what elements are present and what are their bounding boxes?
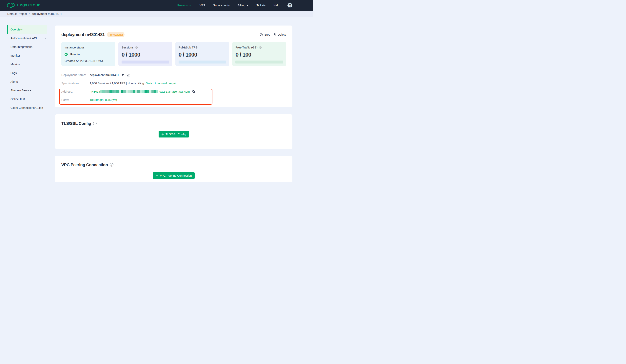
- nav-item-tickets[interactable]: Tickets: [257, 4, 266, 7]
- address-prefix: m48014: [90, 90, 100, 93]
- svg-text:?: ?: [136, 46, 137, 48]
- stat-card-instance-status: Instance status Running Created At: 2023…: [61, 42, 115, 66]
- sidebar-item-client-connections-guide[interactable]: Client Connections Guide: [7, 104, 47, 112]
- chevron-down-icon: [44, 38, 46, 39]
- emqx-logo-icon: [7, 3, 15, 8]
- detail-row-address: Address: m48014 -east-1.amazonaws.com: [61, 89, 286, 94]
- nav-item-subaccounts[interactable]: Subaccounts: [213, 4, 230, 7]
- sidebar-item-online-test[interactable]: Online Test: [7, 95, 47, 104]
- stat-card-free-traffic: Free Traffic (GB) ? 0 / 100: [232, 42, 286, 66]
- user-avatar[interactable]: [287, 3, 292, 8]
- detail-row-ports: Ports: 1883(mqtt), 8083(ws): [61, 98, 286, 102]
- breadcrumb-project[interactable]: Default Project: [7, 12, 27, 15]
- tls-ssl-title-row: TLS/SSL Config ?: [61, 121, 286, 126]
- detail-row-name: Deployment Name: deployment-m4801481: [61, 73, 286, 77]
- sidebar-item-shadow-service[interactable]: Shadow Service: [7, 86, 47, 95]
- plan-badge: Professional: [107, 32, 125, 37]
- nav-item-help[interactable]: Help: [274, 4, 279, 7]
- breadcrumb-separator: /: [29, 12, 30, 15]
- deployment-overview-card: deployment-m4801481 Professional Stop De…: [55, 26, 292, 107]
- stop-icon: [260, 33, 263, 36]
- sessions-progress-bar: [121, 61, 169, 64]
- address-suffix: -east-1.amazonaws.com: [158, 90, 190, 93]
- status-text: Running: [70, 53, 81, 56]
- trash-icon: [273, 33, 276, 36]
- edit-icon[interactable]: [127, 73, 130, 76]
- brand[interactable]: EMQX CLOUD: [7, 3, 40, 8]
- switch-annual-link[interactable]: Switch to annual prepaid: [146, 82, 177, 85]
- sidebar-item-alerts[interactable]: Alerts: [7, 77, 47, 86]
- traffic-progress-bar: [235, 61, 283, 64]
- address-redaction-mosaic: [100, 90, 158, 93]
- plus-icon: [161, 133, 164, 136]
- plus-icon: [156, 174, 158, 177]
- specifications-value: 1,000 Sessions / 1,000 TPS | Hourly bill…: [90, 82, 144, 85]
- question-icon[interactable]: ?: [135, 46, 138, 49]
- nav-item-billing[interactable]: Billing: [237, 4, 249, 7]
- nav-item-projects[interactable]: Projects: [177, 4, 191, 7]
- sidebar-item-overview[interactable]: Overview: [7, 25, 47, 34]
- sidebar-item-logs[interactable]: Logs: [7, 69, 47, 77]
- tls-ssl-card: TLS/SSL Config ? TLS/SSL Config: [55, 114, 292, 149]
- copy-icon[interactable]: [192, 90, 195, 93]
- copy-icon[interactable]: [121, 73, 124, 76]
- detail-row-specifications: Specifications: 1,000 Sessions / 1,000 T…: [61, 81, 286, 85]
- stat-card-tps: Pub&Sub TPS 0 / 1000: [175, 42, 229, 66]
- breadcrumb-current: deployment-m4801481: [32, 12, 62, 15]
- question-icon[interactable]: ?: [259, 46, 262, 49]
- created-at: Created At: 2023.01.05 15:54: [65, 59, 112, 63]
- traffic-value: 0 / 100: [235, 51, 283, 58]
- stats-row: Instance status Running Created At: 2023…: [61, 42, 286, 66]
- chevron-down-icon: [189, 5, 191, 6]
- chevron-down-icon: [247, 5, 249, 6]
- svg-text:?: ?: [94, 122, 96, 125]
- ports-value: 1883(mqtt), 8083(ws): [90, 98, 117, 102]
- add-vpc-peering-button[interactable]: VPC Peering Connection: [153, 172, 195, 179]
- brand-text: EMQX CLOUD: [17, 3, 40, 7]
- vpc-title-row: VPC Peering Connection ?: [61, 162, 286, 167]
- deployment-title: deployment-m4801481: [61, 32, 105, 37]
- deployment-name-value: deployment-m4801481: [90, 73, 119, 76]
- sidebar-item-metrics[interactable]: Metrics: [7, 60, 47, 69]
- add-tls-ssl-config-button[interactable]: TLS/SSL Config: [158, 131, 189, 138]
- sidebar-item-monitor[interactable]: Monitor: [7, 51, 47, 60]
- nav-item-vas[interactable]: VAS: [199, 4, 205, 7]
- delete-button[interactable]: Delete: [273, 33, 286, 36]
- tps-progress-bar: [179, 61, 226, 64]
- svg-text:?: ?: [260, 46, 261, 48]
- sidebar-item-data-integrations[interactable]: Data Integrations: [7, 42, 47, 51]
- nav-menu: Projects VAS Subaccounts Billing Tickets…: [169, 3, 292, 8]
- svg-text:?: ?: [111, 164, 113, 166]
- question-icon[interactable]: ?: [93, 122, 97, 125]
- deployment-details: Deployment Name: deployment-m4801481 Spe…: [61, 73, 286, 102]
- check-circle-icon: [65, 53, 68, 56]
- deployment-actions: Stop Delete: [260, 33, 286, 36]
- breadcrumb: Default Project / deployment-m4801481: [0, 11, 313, 17]
- sidebar-item-authentication-acl[interactable]: Authentication & ACL: [7, 34, 47, 42]
- sidebar: Overview Authentication & ACL Data Integ…: [7, 25, 47, 112]
- status-row: Running: [65, 53, 112, 56]
- tps-value: 0 / 1000: [179, 51, 226, 58]
- deployment-header: deployment-m4801481 Professional Stop De…: [61, 32, 286, 37]
- sessions-value: 0 / 1000: [121, 51, 169, 58]
- vpc-peering-card: VPC Peering Connection ? VPC Peering Con…: [55, 156, 292, 182]
- top-navbar: EMQX CLOUD Projects VAS Subaccounts Bill…: [0, 0, 313, 11]
- question-icon[interactable]: ?: [110, 163, 114, 167]
- stat-card-sessions: Sessions ? 0 / 1000: [118, 42, 172, 66]
- stop-button[interactable]: Stop: [260, 33, 270, 36]
